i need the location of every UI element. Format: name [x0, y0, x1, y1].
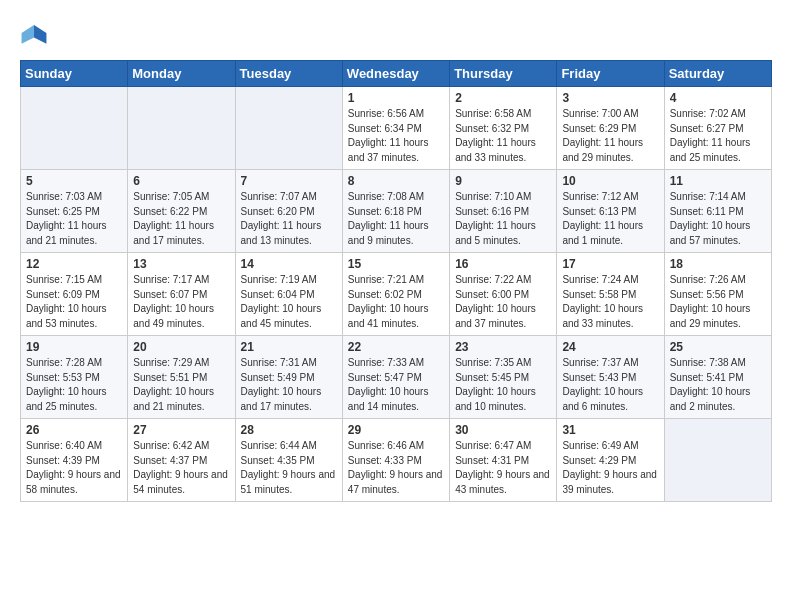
calendar-cell: 5Sunrise: 7:03 AM Sunset: 6:25 PM Daylig…: [21, 170, 128, 253]
day-number: 3: [562, 91, 658, 105]
day-number: 15: [348, 257, 444, 271]
calendar-cell: 16Sunrise: 7:22 AM Sunset: 6:00 PM Dayli…: [450, 253, 557, 336]
weekday-header: Tuesday: [235, 61, 342, 87]
day-number: 31: [562, 423, 658, 437]
day-info: Sunrise: 7:22 AM Sunset: 6:00 PM Dayligh…: [455, 273, 551, 331]
calendar-week-row: 19Sunrise: 7:28 AM Sunset: 5:53 PM Dayli…: [21, 336, 772, 419]
day-number: 8: [348, 174, 444, 188]
day-info: Sunrise: 7:08 AM Sunset: 6:18 PM Dayligh…: [348, 190, 444, 248]
day-number: 6: [133, 174, 229, 188]
calendar-week-row: 5Sunrise: 7:03 AM Sunset: 6:25 PM Daylig…: [21, 170, 772, 253]
day-number: 10: [562, 174, 658, 188]
day-number: 17: [562, 257, 658, 271]
page: SundayMondayTuesdayWednesdayThursdayFrid…: [0, 0, 792, 516]
day-number: 24: [562, 340, 658, 354]
day-number: 19: [26, 340, 122, 354]
calendar-cell: 18Sunrise: 7:26 AM Sunset: 5:56 PM Dayli…: [664, 253, 771, 336]
day-info: Sunrise: 7:29 AM Sunset: 5:51 PM Dayligh…: [133, 356, 229, 414]
day-info: Sunrise: 7:35 AM Sunset: 5:45 PM Dayligh…: [455, 356, 551, 414]
weekday-header: Monday: [128, 61, 235, 87]
calendar-cell: 22Sunrise: 7:33 AM Sunset: 5:47 PM Dayli…: [342, 336, 449, 419]
day-number: 20: [133, 340, 229, 354]
day-number: 5: [26, 174, 122, 188]
calendar-cell: 19Sunrise: 7:28 AM Sunset: 5:53 PM Dayli…: [21, 336, 128, 419]
day-info: Sunrise: 7:26 AM Sunset: 5:56 PM Dayligh…: [670, 273, 766, 331]
logo-icon: [20, 22, 48, 50]
day-number: 22: [348, 340, 444, 354]
calendar-cell: [21, 87, 128, 170]
day-info: Sunrise: 6:46 AM Sunset: 4:33 PM Dayligh…: [348, 439, 444, 497]
day-info: Sunrise: 7:00 AM Sunset: 6:29 PM Dayligh…: [562, 107, 658, 165]
day-number: 4: [670, 91, 766, 105]
day-info: Sunrise: 6:44 AM Sunset: 4:35 PM Dayligh…: [241, 439, 337, 497]
calendar-cell: 25Sunrise: 7:38 AM Sunset: 5:41 PM Dayli…: [664, 336, 771, 419]
day-number: 18: [670, 257, 766, 271]
calendar-cell: 24Sunrise: 7:37 AM Sunset: 5:43 PM Dayli…: [557, 336, 664, 419]
weekday-header: Friday: [557, 61, 664, 87]
calendar-cell: 27Sunrise: 6:42 AM Sunset: 4:37 PM Dayli…: [128, 419, 235, 502]
weekday-header: Thursday: [450, 61, 557, 87]
day-info: Sunrise: 7:07 AM Sunset: 6:20 PM Dayligh…: [241, 190, 337, 248]
day-number: 16: [455, 257, 551, 271]
day-number: 25: [670, 340, 766, 354]
day-info: Sunrise: 7:19 AM Sunset: 6:04 PM Dayligh…: [241, 273, 337, 331]
day-number: 29: [348, 423, 444, 437]
calendar-week-row: 12Sunrise: 7:15 AM Sunset: 6:09 PM Dayli…: [21, 253, 772, 336]
calendar-cell: 21Sunrise: 7:31 AM Sunset: 5:49 PM Dayli…: [235, 336, 342, 419]
header: [20, 18, 772, 50]
day-info: Sunrise: 7:15 AM Sunset: 6:09 PM Dayligh…: [26, 273, 122, 331]
day-number: 30: [455, 423, 551, 437]
weekday-header: Saturday: [664, 61, 771, 87]
calendar-cell: 26Sunrise: 6:40 AM Sunset: 4:39 PM Dayli…: [21, 419, 128, 502]
calendar-week-row: 1Sunrise: 6:56 AM Sunset: 6:34 PM Daylig…: [21, 87, 772, 170]
calendar-cell: 12Sunrise: 7:15 AM Sunset: 6:09 PM Dayli…: [21, 253, 128, 336]
calendar-cell: 11Sunrise: 7:14 AM Sunset: 6:11 PM Dayli…: [664, 170, 771, 253]
weekday-header: Wednesday: [342, 61, 449, 87]
calendar-week-row: 26Sunrise: 6:40 AM Sunset: 4:39 PM Dayli…: [21, 419, 772, 502]
calendar-cell: 17Sunrise: 7:24 AM Sunset: 5:58 PM Dayli…: [557, 253, 664, 336]
svg-marker-1: [34, 25, 46, 44]
calendar-cell: 10Sunrise: 7:12 AM Sunset: 6:13 PM Dayli…: [557, 170, 664, 253]
calendar-cell: 31Sunrise: 6:49 AM Sunset: 4:29 PM Dayli…: [557, 419, 664, 502]
day-number: 26: [26, 423, 122, 437]
day-info: Sunrise: 7:21 AM Sunset: 6:02 PM Dayligh…: [348, 273, 444, 331]
calendar-cell: [235, 87, 342, 170]
calendar-cell: 1Sunrise: 6:56 AM Sunset: 6:34 PM Daylig…: [342, 87, 449, 170]
day-number: 21: [241, 340, 337, 354]
day-number: 1: [348, 91, 444, 105]
calendar-cell: [664, 419, 771, 502]
day-info: Sunrise: 7:37 AM Sunset: 5:43 PM Dayligh…: [562, 356, 658, 414]
day-info: Sunrise: 6:58 AM Sunset: 6:32 PM Dayligh…: [455, 107, 551, 165]
day-info: Sunrise: 7:24 AM Sunset: 5:58 PM Dayligh…: [562, 273, 658, 331]
day-info: Sunrise: 6:49 AM Sunset: 4:29 PM Dayligh…: [562, 439, 658, 497]
calendar-cell: 20Sunrise: 7:29 AM Sunset: 5:51 PM Dayli…: [128, 336, 235, 419]
day-info: Sunrise: 6:56 AM Sunset: 6:34 PM Dayligh…: [348, 107, 444, 165]
logo: [20, 22, 52, 50]
calendar-cell: 29Sunrise: 6:46 AM Sunset: 4:33 PM Dayli…: [342, 419, 449, 502]
day-number: 12: [26, 257, 122, 271]
calendar-table: SundayMondayTuesdayWednesdayThursdayFrid…: [20, 60, 772, 502]
day-info: Sunrise: 7:28 AM Sunset: 5:53 PM Dayligh…: [26, 356, 122, 414]
calendar-cell: 28Sunrise: 6:44 AM Sunset: 4:35 PM Dayli…: [235, 419, 342, 502]
day-info: Sunrise: 7:31 AM Sunset: 5:49 PM Dayligh…: [241, 356, 337, 414]
day-number: 7: [241, 174, 337, 188]
svg-marker-2: [22, 25, 34, 44]
day-number: 9: [455, 174, 551, 188]
day-number: 28: [241, 423, 337, 437]
day-number: 27: [133, 423, 229, 437]
calendar-cell: 4Sunrise: 7:02 AM Sunset: 6:27 PM Daylig…: [664, 87, 771, 170]
day-info: Sunrise: 7:38 AM Sunset: 5:41 PM Dayligh…: [670, 356, 766, 414]
calendar-header-row: SundayMondayTuesdayWednesdayThursdayFrid…: [21, 61, 772, 87]
day-info: Sunrise: 6:40 AM Sunset: 4:39 PM Dayligh…: [26, 439, 122, 497]
day-number: 23: [455, 340, 551, 354]
weekday-header: Sunday: [21, 61, 128, 87]
day-info: Sunrise: 7:12 AM Sunset: 6:13 PM Dayligh…: [562, 190, 658, 248]
calendar-cell: 2Sunrise: 6:58 AM Sunset: 6:32 PM Daylig…: [450, 87, 557, 170]
calendar-cell: 3Sunrise: 7:00 AM Sunset: 6:29 PM Daylig…: [557, 87, 664, 170]
calendar-cell: 15Sunrise: 7:21 AM Sunset: 6:02 PM Dayli…: [342, 253, 449, 336]
day-info: Sunrise: 6:42 AM Sunset: 4:37 PM Dayligh…: [133, 439, 229, 497]
day-number: 14: [241, 257, 337, 271]
calendar-cell: [128, 87, 235, 170]
day-info: Sunrise: 6:47 AM Sunset: 4:31 PM Dayligh…: [455, 439, 551, 497]
day-info: Sunrise: 7:02 AM Sunset: 6:27 PM Dayligh…: [670, 107, 766, 165]
